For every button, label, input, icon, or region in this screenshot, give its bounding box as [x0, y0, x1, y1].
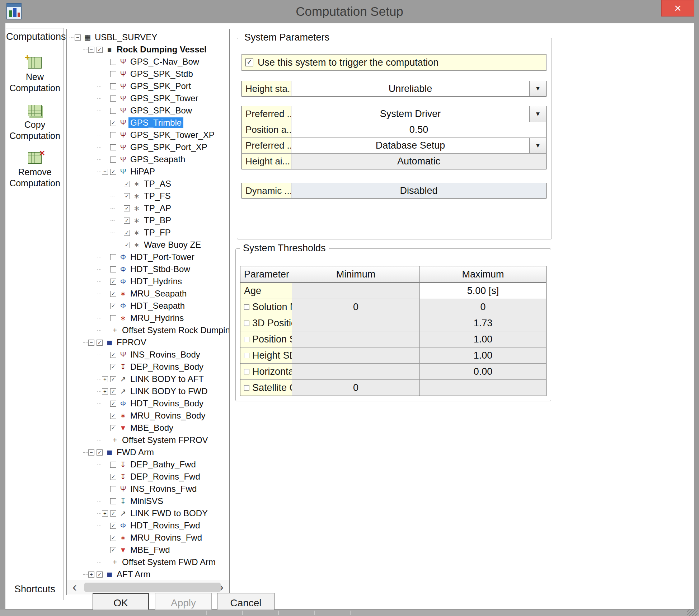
tree-item[interactable]: ✓∗TP_FS	[68, 190, 229, 202]
tree-item[interactable]: ∗MRU_Hydrins	[68, 312, 229, 324]
new-computation-button[interactable]: New Computation	[6, 57, 64, 94]
tree-item[interactable]: +Offset System FWD Arm	[68, 556, 229, 568]
preferred-source-dropdown[interactable]: System Driver	[291, 106, 529, 122]
close-button[interactable]: ×	[661, 0, 694, 17]
tree-checkbox[interactable]: ✓	[124, 242, 130, 248]
remove-computation-button[interactable]: Remove Computation	[6, 152, 64, 189]
tree-item[interactable]: ΨGPS_SPK_Stdb	[68, 68, 229, 80]
tree-item[interactable]: ✓∗MRU_Seapath	[68, 288, 229, 300]
sidebar-footer-shortcuts[interactable]: Shortcuts	[6, 580, 64, 600]
tree-checkbox[interactable]	[110, 71, 116, 77]
tree-checkbox[interactable]: ✓	[110, 523, 116, 529]
tree-item[interactable]: +✓◼AFT Arm	[68, 568, 229, 580]
tree-item[interactable]: ✓∗MRU_Rovins_Fwd	[68, 532, 229, 544]
tree-item[interactable]: ✓∗TP_AS	[68, 178, 229, 190]
threshold-checkbox[interactable]	[244, 304, 249, 310]
tree-item[interactable]: ΨINS_Rovins_Fwd	[68, 483, 229, 495]
tree-item[interactable]: ✓▼MBE_Fwd	[68, 544, 229, 556]
tree-checkbox[interactable]	[110, 486, 116, 492]
tree-item[interactable]: ✓∗TP_BP	[68, 214, 229, 227]
tree-item[interactable]: ΨGPS_SPK_Port	[68, 80, 229, 92]
tree-item[interactable]: +✓↗LINK BODY to AFT	[68, 373, 229, 385]
tree-checkbox[interactable]	[110, 132, 116, 138]
threshold-checkbox[interactable]	[244, 369, 249, 374]
tree-checkbox[interactable]: ✓	[110, 120, 116, 126]
tree-item[interactable]: ΨGPS_Seapath	[68, 153, 229, 165]
tree-checkbox[interactable]	[110, 266, 116, 272]
tree-checkbox[interactable]: ✓	[110, 510, 116, 517]
threshold-checkbox[interactable]	[244, 337, 249, 342]
expand-icon[interactable]: +	[102, 510, 108, 517]
tree-item[interactable]: ✓↧DEP_Rovins_Fwd	[68, 471, 229, 483]
collapse-icon[interactable]: −	[102, 169, 108, 175]
tree-checkbox[interactable]: ✓	[97, 340, 103, 346]
tree-item[interactable]: +Offset System FPROV	[68, 434, 229, 446]
tree-checkbox[interactable]: ✓	[110, 401, 116, 407]
tree-checkbox[interactable]: ✓	[110, 547, 116, 553]
tree-item[interactable]: −✓◼FWD Arm	[68, 446, 229, 458]
threshold-checkbox[interactable]	[244, 385, 249, 391]
tree-item[interactable]: ΦHDT_Stbd-Bow	[68, 263, 229, 275]
tree-checkbox[interactable]	[110, 83, 116, 89]
tree-item[interactable]: ✓∗Wave Buoy ZE	[68, 239, 229, 251]
tree-item[interactable]: ✓ΦHDT_Hydrins	[68, 275, 229, 288]
tree-checkbox[interactable]: ✓	[110, 535, 116, 541]
threshold-checkbox[interactable]	[244, 353, 249, 358]
tree-checkbox[interactable]: ✓	[110, 376, 116, 382]
tree-item[interactable]: −✓ΨHiPAP	[68, 165, 229, 178]
tree-item[interactable]: ✓∗TP_FP	[68, 227, 229, 239]
tree-item[interactable]: ✓ΦHDT_Rovins_Fwd	[68, 519, 229, 532]
collapse-icon[interactable]: −	[88, 449, 94, 456]
tree-checkbox[interactable]: ✓	[110, 474, 116, 480]
tree-checkbox[interactable]	[110, 95, 116, 102]
expand-icon[interactable]: +	[88, 571, 94, 578]
tree-item[interactable]: ΦHDT_Port-Tower	[68, 251, 229, 263]
tree-checkbox[interactable]: ✓	[124, 230, 130, 236]
tree-checkbox[interactable]: ✓	[124, 218, 130, 224]
preferred-setup-dropdown-arrow-icon[interactable]: ▼	[529, 138, 546, 153]
tree-item[interactable]: ✓ΦHDT_Rovins_Body	[68, 397, 229, 410]
tree-checkbox[interactable]: ✓	[97, 47, 103, 53]
scrollbar-thumb[interactable]	[84, 583, 221, 592]
collapse-icon[interactable]: −	[88, 47, 94, 53]
tree-item[interactable]: −✓■Rock Dumping Vessel	[68, 43, 229, 56]
tree-item[interactable]: ↧MiniSVS	[68, 495, 229, 507]
preferred-source-dropdown-arrow-icon[interactable]: ▼	[529, 106, 546, 122]
threshold-checkbox[interactable]	[244, 321, 249, 326]
tree-checkbox[interactable]	[110, 59, 116, 65]
preferred-setup-dropdown[interactable]: Database Setup	[291, 138, 529, 153]
tree-checkbox[interactable]: ✓	[124, 181, 130, 187]
tree-checkbox[interactable]: ✓	[97, 449, 103, 456]
tree-checkbox[interactable]: ✓	[110, 364, 116, 370]
tree-checkbox[interactable]: ✓	[110, 413, 116, 419]
threshold-max-cell[interactable]: 5.00 [s]	[420, 283, 546, 299]
tree-checkbox[interactable]: ✓	[124, 193, 130, 199]
tree-checkbox[interactable]	[110, 254, 116, 260]
tree-item[interactable]: ΨGPS_SPK_Tower	[68, 92, 229, 104]
scroll-left-icon[interactable]: ‹	[67, 581, 82, 594]
tree-checkbox[interactable]	[110, 498, 116, 504]
tree-checkbox[interactable]	[110, 462, 116, 468]
tree-item[interactable]: ΨGPS_SPK_Port_XP	[68, 141, 229, 153]
tree-item[interactable]: ΨGPS_SPK_Tower_XP	[68, 129, 229, 141]
trigger-checkbox[interactable]: ✓	[245, 59, 253, 66]
tree-checkbox[interactable]: ✓	[110, 303, 116, 309]
tree-checkbox[interactable]: ✓	[110, 388, 116, 395]
collapse-icon[interactable]: −	[75, 34, 81, 41]
tree-item[interactable]: ✓ΦHDT_Seapath	[68, 300, 229, 312]
tree-horizontal-scrollbar[interactable]: ‹ ›	[67, 580, 229, 594]
tree-item[interactable]: ΨGPS_C-Nav_Bow	[68, 56, 229, 68]
height-status-dropdown-arrow-icon[interactable]: ▼	[529, 81, 546, 96]
tree-checkbox[interactable]: ✓	[97, 571, 103, 578]
tree-checkbox[interactable]	[110, 315, 116, 321]
expand-icon[interactable]: +	[102, 376, 108, 382]
tree-checkbox[interactable]: ✓	[124, 205, 130, 211]
tree-item[interactable]: −▦USBL_SURVEY	[68, 31, 229, 43]
tree-item[interactable]: ↧DEP_Bathy_Fwd	[68, 458, 229, 471]
tree-item[interactable]: +✓↗LINK FWD to BODY	[68, 507, 229, 519]
tree-item[interactable]: ✓∗TP_AP	[68, 202, 229, 214]
tree-item[interactable]: ✓▼MBE_Body	[68, 422, 229, 434]
tree-item[interactable]: ✓∗MRU_Rovins_Body	[68, 410, 229, 422]
tree-item[interactable]: +✓↗LINK BODY to FWD	[68, 385, 229, 397]
tree-checkbox[interactable]: ✓	[110, 279, 116, 285]
